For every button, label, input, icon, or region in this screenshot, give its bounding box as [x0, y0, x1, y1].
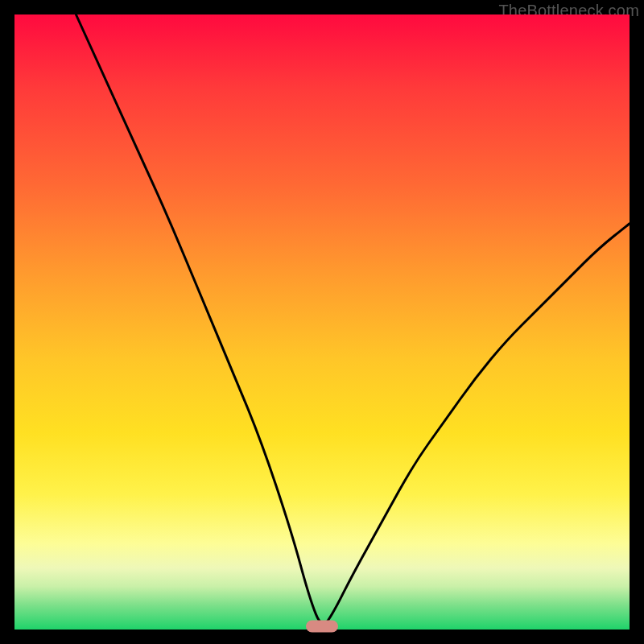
optimal-marker — [306, 621, 338, 633]
chart-frame: TheBottleneck.com — [0, 0, 644, 644]
curve-svg — [14, 14, 630, 630]
bottleneck-curve — [76, 14, 630, 624]
plot-area — [14, 14, 630, 630]
